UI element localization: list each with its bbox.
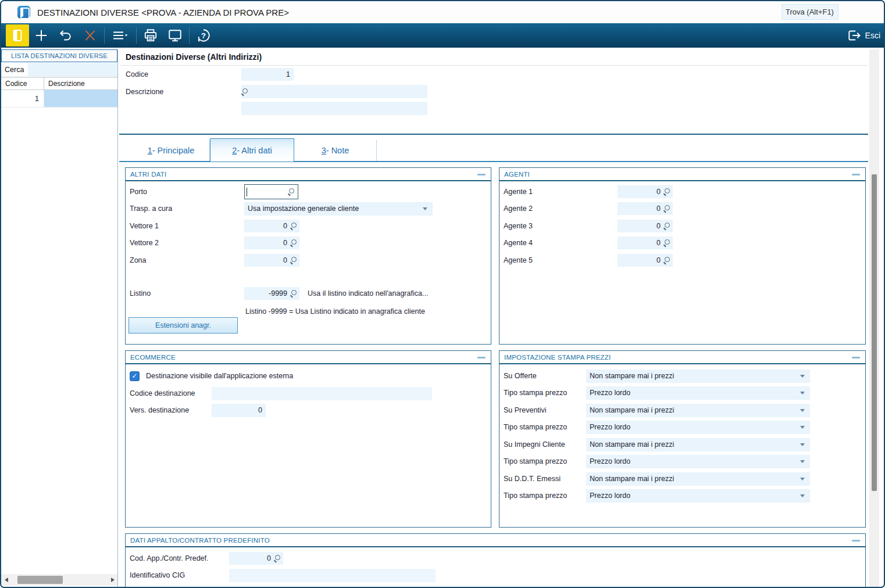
su-offerte-value: Non stampare mai i prezzi <box>590 372 674 380</box>
cell-codice[interactable]: 1 <box>1 90 44 107</box>
scroll-right-button[interactable] <box>108 574 117 586</box>
agente3-value: 0 <box>656 222 661 230</box>
chevron-down-icon <box>800 460 805 463</box>
agente5-field[interactable]: 0 <box>618 254 673 267</box>
tipo-stampa-1-select[interactable]: Prezzo lordo <box>586 386 810 400</box>
search-icon[interactable] <box>273 555 281 562</box>
list-item[interactable]: 1 <box>1 90 117 107</box>
search-icon[interactable] <box>663 205 670 213</box>
scroll-left-button[interactable] <box>1 574 11 586</box>
search-input[interactable] <box>28 63 117 76</box>
su-impegni-select[interactable]: Non stampare mai i prezzi <box>586 438 810 451</box>
search-icon[interactable] <box>663 223 670 230</box>
tipo-stampa-4-value: Prezzo lordo <box>590 492 630 500</box>
cod-appalto-field[interactable]: 0 <box>229 552 283 565</box>
search-icon[interactable] <box>290 239 297 247</box>
tab-altri-dati[interactable]: 2 - Altri dati <box>210 138 294 162</box>
delete-button[interactable] <box>78 24 102 46</box>
vers-destinazione-field[interactable]: 0 <box>212 404 266 417</box>
field-row: Vettore 2 0 <box>130 236 299 250</box>
su-impegni-value: Non stampare mai i prezzi <box>590 440 674 449</box>
descrizione-field[interactable] <box>241 85 427 98</box>
column-header-descrizione[interactable]: Descrizione <box>44 78 117 89</box>
codice-destinazione-value <box>212 389 215 397</box>
agente3-field[interactable]: 0 <box>618 220 673 232</box>
codice-field[interactable]: 1 <box>241 68 294 81</box>
divider <box>119 134 868 135</box>
visibile-checkbox[interactable]: ✓ <box>130 371 140 381</box>
menu-icon <box>112 28 129 42</box>
tipo-stampa-3-select[interactable]: Prezzo lordo <box>586 455 810 468</box>
scrollbar-thumb[interactable] <box>872 174 877 491</box>
exit-button[interactable]: Esci <box>847 27 880 44</box>
monitor-icon <box>167 28 183 43</box>
scrollbar-thumb[interactable] <box>17 576 63 584</box>
horizontal-scrollbar[interactable] <box>1 574 117 586</box>
zona-label: Zona <box>130 256 244 264</box>
cell-descrizione[interactable] <box>44 90 117 107</box>
window-title: DESTINAZIONI DIVERSE <PROVA - AZIENDA DI… <box>37 8 289 17</box>
field-row: Su D.D.T. Emessi Non stampare mai i prez… <box>504 472 810 486</box>
panel-stampa-prezzi: IMPOSTAZIONE STAMPA PREZZI Su Offerte No… <box>499 350 866 528</box>
su-impegni-label: Su Impegni Cliente <box>504 440 586 449</box>
listino-field[interactable]: -9999 <box>244 287 299 300</box>
su-offerte-select[interactable]: Non stampare mai i prezzi <box>586 370 810 383</box>
search-icon[interactable] <box>241 88 248 96</box>
help-button[interactable]: ? <box>191 24 216 46</box>
add-button[interactable] <box>29 24 53 46</box>
collapse-icon[interactable] <box>477 357 486 358</box>
panel-title: ECOMMERCE <box>126 351 491 364</box>
divider <box>120 65 868 66</box>
field-row: Tipo stampa prezzo Prezzo lordo <box>504 420 810 434</box>
codice-destinazione-field[interactable] <box>212 387 432 400</box>
tipo-stampa-1-value: Prezzo lordo <box>590 389 630 397</box>
vettore2-field[interactable]: 0 <box>244 236 299 249</box>
tab-label: - Note <box>326 146 349 155</box>
collapse-icon[interactable] <box>852 540 860 542</box>
tipo-stampa-4-select[interactable]: Prezzo lordo <box>586 489 810 503</box>
cig-field[interactable] <box>229 569 436 582</box>
search-icon[interactable] <box>287 188 295 196</box>
collapse-icon[interactable] <box>852 174 860 175</box>
field-row: Vers. destinazione 0 <box>130 403 266 417</box>
search-icon[interactable] <box>663 188 670 196</box>
codice-destinazione-label: Codice destinazione <box>130 389 212 397</box>
record-card-button[interactable] <box>6 24 29 46</box>
search-icon[interactable] <box>290 257 297 264</box>
vettore1-field[interactable]: 0 <box>244 220 299 232</box>
agente1-field[interactable]: 0 <box>618 185 673 198</box>
agente2-field[interactable]: 0 <box>618 202 673 215</box>
column-header-codice[interactable]: Codice <box>1 78 44 89</box>
tab-principale[interactable]: 1 - Principale <box>133 140 210 161</box>
tipo-stampa-2-select[interactable]: Prezzo lordo <box>586 421 810 434</box>
search-icon[interactable] <box>290 290 297 297</box>
print-button[interactable] <box>138 24 163 46</box>
vertical-scrollbar[interactable] <box>869 49 879 587</box>
search-icon[interactable] <box>663 257 670 264</box>
toolbar-separator <box>104 27 105 44</box>
descrizione2-field[interactable] <box>241 102 427 115</box>
arrow-right-icon <box>111 578 115 582</box>
estensioni-anagrafica-button[interactable]: Estensioni anagr. <box>129 317 238 334</box>
trasp-select[interactable]: Usa impostazione generale cliente <box>244 202 433 216</box>
collapse-icon[interactable] <box>477 174 486 175</box>
collapse-icon[interactable] <box>852 357 860 358</box>
find-input[interactable] <box>781 4 838 20</box>
panel-ecommerce: ECOMMERCE ✓ Destinazione visibile dall'a… <box>125 350 491 528</box>
undo-button[interactable] <box>53 24 78 46</box>
agente4-field[interactable]: 0 <box>618 236 673 249</box>
tab-note[interactable]: 3 - Note <box>294 140 377 161</box>
vettore2-label: Vettore 2 <box>130 239 244 247</box>
preview-button[interactable] <box>163 24 187 46</box>
toolbar: ? <box>1 23 884 48</box>
vettore2-value: 0 <box>283 239 287 247</box>
search-icon[interactable] <box>290 223 297 230</box>
search-label: Cerca <box>1 66 28 74</box>
field-row: Su Impegni Cliente Non stampare mai i pr… <box>504 438 810 451</box>
search-icon[interactable] <box>663 239 670 247</box>
su-preventivi-select[interactable]: Non stampare mai i prezzi <box>586 404 810 417</box>
zona-field[interactable]: 0 <box>244 254 299 267</box>
menu-button[interactable] <box>106 24 134 46</box>
su-ddt-select[interactable]: Non stampare mai i prezzi <box>586 472 810 486</box>
porto-input[interactable] <box>244 184 298 199</box>
